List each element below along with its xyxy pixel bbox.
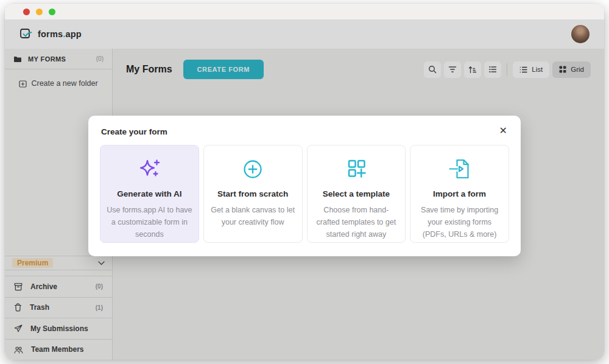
generate-with-ai-card[interactable]: Generate with AI Use forms.app AI to hav… <box>100 145 199 243</box>
card-title: Select a template <box>323 189 390 198</box>
card-title: Generate with AI <box>117 189 181 198</box>
card-description: Save time by importing your existing for… <box>417 204 502 240</box>
modal-title: Create your form <box>99 125 167 136</box>
card-description: Get a blank canvas to let your creativit… <box>210 204 296 228</box>
title-bar <box>5 4 604 19</box>
app-area: forms.app MY FORMS (0) <box>5 19 604 360</box>
modal-header: Create your form ✕ <box>99 125 510 137</box>
ai-sparkle-icon <box>136 156 163 183</box>
maximize-window-icon[interactable] <box>49 9 55 15</box>
minimize-window-icon[interactable] <box>36 9 43 15</box>
card-description: Use forms.app AI to have a customizable … <box>107 204 192 240</box>
card-title: Import a form <box>433 189 486 198</box>
close-window-icon[interactable] <box>23 9 30 15</box>
create-options: Generate with AI Use forms.app AI to hav… <box>99 145 510 243</box>
template-grid-icon <box>343 156 369 183</box>
close-icon[interactable]: ✕ <box>497 125 510 137</box>
import-document-icon <box>446 156 473 183</box>
plus-circle-icon <box>239 156 266 183</box>
select-a-template-card[interactable]: Select a template Choose from hand-craft… <box>307 145 406 243</box>
card-title: Start from scratch <box>217 189 288 198</box>
import-a-form-card[interactable]: Import a form Save time by importing you… <box>410 145 509 243</box>
app-window: forms.app MY FORMS (0) <box>5 4 604 360</box>
create-form-modal: Create your form ✕ Generate with AI Use … <box>88 116 521 256</box>
start-from-scratch-card[interactable]: Start from scratch Get a blank canvas to… <box>203 145 303 243</box>
card-description: Choose from hand-crafted templates to ge… <box>314 204 400 240</box>
